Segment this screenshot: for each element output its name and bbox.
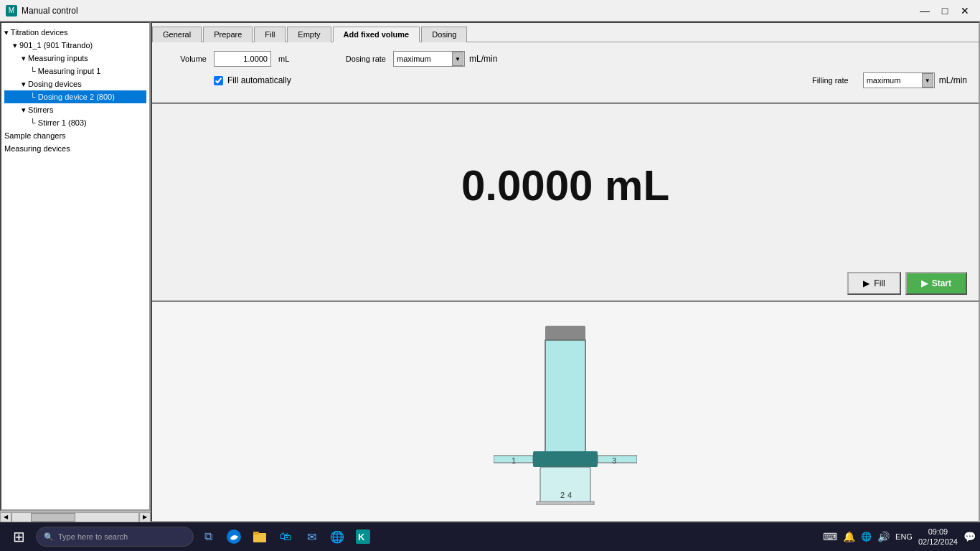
svg-rect-10 xyxy=(253,532,259,534)
notifications-icon[interactable]: 🔔 xyxy=(843,531,855,542)
taskbar: ⊞ 🔍 Type here to search ⧉ 🛍 ✉ 🌐 K ⌨ 🔔 🌐 … xyxy=(0,522,980,551)
svg-rect-3 xyxy=(533,451,598,467)
syringe-label-1: 1 xyxy=(512,456,516,465)
edge-icon[interactable] xyxy=(222,525,245,548)
browser-icon2[interactable]: 🌐 xyxy=(326,525,349,548)
scroll-left-arrow[interactable]: ◀ xyxy=(0,512,11,522)
tree-item-titration-devices[interactable]: ▾ Titration devices xyxy=(4,26,146,39)
tree-item-measuring-input-1[interactable]: └ Measuring input 1 xyxy=(4,65,146,77)
app-icon-k[interactable]: K xyxy=(352,525,374,548)
volume-display: 0.0000 mL xyxy=(152,104,979,266)
svg-rect-5 xyxy=(598,456,637,463)
syringe-label-2: 2 xyxy=(560,491,565,499)
search-icon: 🔍 xyxy=(44,532,54,542)
diagram-area: 1 2 3 4 xyxy=(152,301,979,521)
app-icon: M xyxy=(6,5,17,17)
tree-item-dosing-device-2[interactable]: └ Dosing device 2 (800) xyxy=(4,90,146,103)
action-buttons-area: ▶ Fill ▶ Start xyxy=(152,266,979,301)
minimize-button[interactable]: — xyxy=(915,4,934,18)
tree-panel: ▾ Titration devices ▾ 901_1 (901 Titrand… xyxy=(0,22,151,511)
taskbar-search-bar[interactable]: 🔍 Type here to search xyxy=(36,527,194,547)
start-menu-button[interactable]: ⊞ xyxy=(4,525,33,548)
dosing-rate-select[interactable]: maximum xyxy=(393,51,465,67)
filling-rate-unit: mL/min xyxy=(939,75,967,85)
syringe-diagram: 1 2 3 4 xyxy=(494,319,637,505)
network-icon[interactable]: 🌐 xyxy=(861,532,872,542)
taskbar-right: ⌨ 🔔 🌐 🔊 ENG 09:09 02/12/2024 💬 xyxy=(823,527,976,547)
tab-general[interactable]: General xyxy=(152,27,202,42)
title-bar: M Manual control — □ ✕ xyxy=(0,0,980,22)
tree-item-stirrer-1[interactable]: └ Stirrer 1 (803) xyxy=(4,116,146,129)
tab-dosing[interactable]: Dosing xyxy=(421,27,467,42)
start-button[interactable]: ▶ Start xyxy=(905,272,967,295)
tab-prepare[interactable]: Prepare xyxy=(203,27,253,42)
file-explorer-icon[interactable] xyxy=(248,525,271,548)
main-window: ▾ Titration devices ▾ 901_1 (901 Titrand… xyxy=(0,22,980,522)
tab-fill[interactable]: Fill xyxy=(254,27,286,42)
tab-bar: General Prepare Fill Empty Add fixed vol… xyxy=(152,23,979,42)
tree-item-measuring-devices[interactable]: Measuring devices xyxy=(4,142,146,155)
task-view-icon[interactable]: ⧉ xyxy=(197,525,220,548)
svg-rect-0 xyxy=(545,326,585,340)
window-title: Manual control xyxy=(22,6,78,16)
tree-item-sample-changers[interactable]: Sample changers xyxy=(4,129,146,142)
taskbar-clock: 09:09 02/12/2024 xyxy=(918,527,958,547)
volume-icon[interactable]: 🔊 xyxy=(877,531,890,542)
scroll-right-arrow[interactable]: ▶ xyxy=(139,512,151,522)
window-close-button[interactable]: ✕ xyxy=(956,4,974,18)
tab-add-fixed-volume[interactable]: Add fixed volume xyxy=(333,27,420,42)
volume-unit: mL xyxy=(278,55,300,63)
start-play-icon: ▶ xyxy=(921,278,928,288)
svg-rect-6 xyxy=(540,467,590,503)
language-indicator[interactable]: ENG xyxy=(895,532,913,541)
tree-scrollbar[interactable]: ◀ ▶ xyxy=(0,511,151,522)
volume-input[interactable] xyxy=(214,51,271,67)
dosing-rate-label: Dosing rate xyxy=(336,55,386,63)
keyboard-icon[interactable]: ⌨ xyxy=(823,531,837,542)
store-icon[interactable]: 🛍 xyxy=(274,525,297,548)
fill-button[interactable]: ▶ Fill xyxy=(847,272,900,295)
notification-bell[interactable]: 💬 xyxy=(963,531,976,542)
svg-rect-7 xyxy=(537,501,594,505)
svg-text:K: K xyxy=(358,532,365,542)
volume-label: Volume xyxy=(164,55,207,63)
tree-item-dosing-devices[interactable]: ▾ Dosing devices xyxy=(4,77,146,90)
fill-auto-label: Fill automatically xyxy=(227,75,291,85)
tree-item-stirrers[interactable]: ▾ Stirrers xyxy=(4,103,146,116)
filling-rate-select[interactable]: maximum xyxy=(863,72,935,88)
tree-item-901[interactable]: ▾ 901_1 (901 Titrando) xyxy=(4,39,146,52)
tree-item-measuring-inputs[interactable]: ▾ Measuring inputs xyxy=(4,52,146,65)
search-placeholder: Type here to search xyxy=(58,532,128,541)
maximize-button[interactable]: □ xyxy=(936,4,954,18)
right-panel: General Prepare Fill Empty Add fixed vol… xyxy=(151,22,980,522)
tab-empty[interactable]: Empty xyxy=(287,27,331,42)
mail-icon[interactable]: ✉ xyxy=(300,525,323,548)
dosing-rate-unit: mL/min xyxy=(469,54,497,64)
svg-rect-1 xyxy=(545,340,585,455)
syringe-label-4: 4 xyxy=(567,491,572,499)
fill-play-icon: ▶ xyxy=(863,278,870,288)
syringe-label-3: 3 xyxy=(612,456,616,465)
form-area: Volume mL Dosing rate maximum ▼ mL/min xyxy=(152,42,979,104)
fill-auto-checkbox[interactable] xyxy=(214,76,223,85)
filling-rate-label: Filling rate xyxy=(798,76,849,85)
